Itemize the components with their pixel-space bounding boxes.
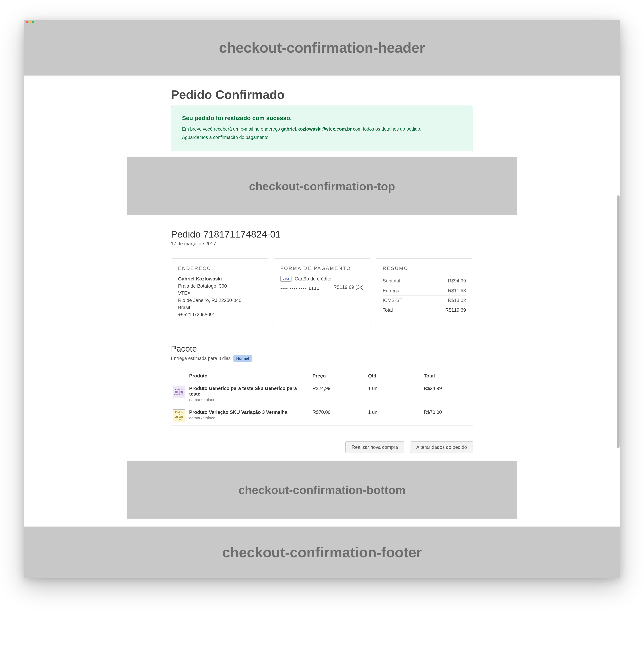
- product-table: Produto Preço Qtd. Total Produto genéric…: [171, 370, 473, 426]
- summary-panel-title: RESUMO: [383, 265, 466, 271]
- table-row: Produto com variação de sku Produto Vari…: [171, 406, 473, 426]
- address-panel-title: ENDEREÇO: [178, 265, 262, 271]
- payment-amount: R$119,69 (3x): [333, 284, 364, 290]
- new-purchase-button[interactable]: Realizar nova compra: [345, 441, 404, 453]
- col-price: Preço: [311, 370, 366, 382]
- product-shop: qamarketplace: [189, 416, 309, 420]
- table-row: Produto genérico para teste Produto Gene…: [171, 382, 473, 406]
- col-qty: Qtd.: [366, 370, 422, 382]
- product-total: R$24,99: [422, 382, 473, 406]
- success-message-box: Seu pedido foi realizado com sucesso. Em…: [171, 105, 473, 151]
- product-shop: qamarketplace: [189, 398, 309, 402]
- summary-label: Total: [383, 307, 393, 313]
- window-traffic-lights: [26, 21, 34, 23]
- order-panels: ENDEREÇO Gabriel Kozlowaski Praia de Bot…: [171, 258, 473, 326]
- success-line1-prefix: Em breve você receberá um e-mail no ende…: [182, 127, 281, 132]
- product-qty: 1 un: [366, 406, 422, 426]
- summary-row-tax: ICMS-ST R$13,02: [383, 295, 466, 305]
- package-block: Pacote Entrega estimada para 8 dias Norm…: [171, 344, 473, 453]
- product-price: R$70,00: [311, 406, 366, 426]
- success-line1: Em breve você receberá um e-mail no ende…: [182, 127, 462, 132]
- payment-method: Cartão de crédito: [295, 276, 331, 282]
- summary-value: R$119,69: [445, 307, 466, 313]
- minimize-icon[interactable]: [29, 21, 31, 23]
- product-name: Produto Variação SKU Variação 3 Vermelha: [189, 409, 309, 415]
- product-thumbnail: Produto genérico para teste: [173, 386, 185, 398]
- product-thumbnail: Produto com variação de sku: [173, 409, 185, 422]
- address-phone: +5521972968091: [178, 312, 262, 317]
- product-qty: 1 un: [366, 382, 422, 406]
- col-thumb: [171, 370, 187, 382]
- col-product: Produto: [187, 370, 311, 382]
- checkout-confirmation-footer: checkout-confirmation-footer: [24, 526, 620, 578]
- summary-row-shipping: Entrega R$11,68: [383, 286, 466, 295]
- maximize-icon[interactable]: [32, 21, 34, 23]
- action-buttons: Realizar nova compra Alterar dados do pe…: [171, 441, 473, 453]
- close-icon[interactable]: [26, 21, 28, 23]
- shipping-badge: Normal: [233, 355, 252, 362]
- success-line1-suffix: com todos os detalhes do pedido.: [352, 127, 421, 132]
- summary-row-total: Total R$119,69: [383, 305, 466, 315]
- summary-value: R$94,99: [448, 278, 466, 284]
- checkout-confirmation-bottom: checkout-confirmation-bottom: [127, 461, 517, 518]
- payment-panel: FORMA DE PAGAMENTO VISA Cartão de crédit…: [273, 258, 371, 326]
- col-total: Total: [422, 370, 473, 382]
- product-total: R$70,00: [422, 406, 473, 426]
- success-headline: Seu pedido foi realizado com sucesso.: [182, 115, 462, 122]
- summary-row-subtotal: Subtotal R$94,99: [383, 276, 466, 286]
- order-date: 17 de março de 2017: [171, 241, 473, 246]
- page-title-block: Pedido Confirmado Seu pedido foi realiza…: [171, 75, 473, 157]
- payment-row: VISA Cartão de crédito: [280, 276, 364, 282]
- summary-label: Entrega: [383, 288, 399, 293]
- scrollbar-thumb[interactable]: [617, 195, 620, 448]
- summary-panel: RESUMO Subtotal R$94,99 Entrega R$11,68 …: [375, 258, 473, 326]
- summary-value: R$11,68: [448, 288, 466, 293]
- checkout-confirmation-header: checkout-confirmation-header: [24, 20, 620, 75]
- browser-window: checkout-confirmation-header Pedido Conf…: [24, 20, 620, 578]
- page-title: Pedido Confirmado: [171, 87, 473, 101]
- summary-list: Subtotal R$94,99 Entrega R$11,68 ICMS-ST…: [383, 276, 466, 315]
- success-email: gabriel.kozlowaski@vtex.com.br: [281, 127, 352, 132]
- product-table-header-row: Produto Preço Qtd. Total: [171, 370, 473, 382]
- package-est-label: Entrega estimada para 8 dias: [171, 356, 230, 361]
- order-header: Pedido 718171174824-01 17 de março de 20…: [171, 215, 473, 252]
- visa-icon: VISA: [280, 276, 292, 282]
- address-country: Brasil: [178, 305, 262, 310]
- edit-order-button[interactable]: Alterar dados do pedido: [410, 441, 473, 453]
- address-street: Praia de Botafogo, 300: [178, 283, 262, 289]
- address-company: VTEX: [178, 290, 262, 296]
- order-number: Pedido 718171174824-01: [171, 229, 473, 240]
- package-title: Pacote: [171, 344, 473, 354]
- product-price: R$24,99: [311, 382, 366, 406]
- payment-panel-title: FORMA DE PAGAMENTO: [280, 265, 364, 271]
- product-name: Produto Generico para teste Sku Generico…: [189, 386, 309, 397]
- package-subtitle: Entrega estimada para 8 dias Normal: [171, 355, 473, 362]
- address-panel: ENDEREÇO Gabriel Kozlowaski Praia de Bot…: [171, 258, 269, 326]
- summary-label: Subtotal: [383, 278, 400, 284]
- summary-value: R$13,02: [448, 297, 466, 303]
- summary-label: ICMS-ST: [383, 297, 402, 303]
- success-line2: Aguardamos a confirmação do pagamento.: [182, 135, 462, 140]
- address-name: Gabriel Kozlowaski: [178, 276, 262, 282]
- payment-masked-card: •••• •••• •••• 1111: [280, 286, 320, 291]
- checkout-confirmation-top: checkout-confirmation-top: [127, 157, 517, 215]
- address-city: Rio de Janeiro, RJ 22250-040: [178, 297, 262, 303]
